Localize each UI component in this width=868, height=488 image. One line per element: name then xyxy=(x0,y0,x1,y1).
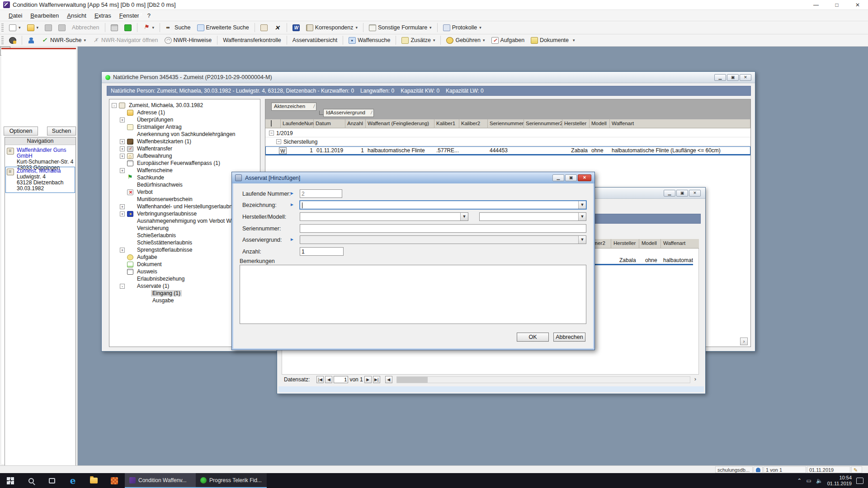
taskbar-clock[interactable]: 10:54 01.11.2019 xyxy=(827,475,852,487)
properties-button[interactable] xyxy=(258,23,270,33)
aufgaben-button[interactable]: Aufgaben xyxy=(489,35,528,46)
nwr-globe-button[interactable] xyxy=(6,35,19,46)
abort-button[interactable]: Abbrechen xyxy=(69,23,102,33)
expand-toggle-icon[interactable]: + xyxy=(120,204,125,209)
column-header[interactable]: Kaliber2 xyxy=(459,119,488,128)
nav-entry-person[interactable]: Zumeist, Michaela Ludwigstr. 4 63128 Die… xyxy=(6,167,75,192)
tree-item[interactable]: Europäischer Feuerwaffenpass (1) xyxy=(109,160,260,167)
optionen-button[interactable]: Optionen xyxy=(4,127,38,136)
nwr-suche-button[interactable]: NWR-Suche▾ xyxy=(38,35,89,46)
tree-item[interactable]: + Waffentransfer xyxy=(109,145,260,152)
print-button[interactable] xyxy=(108,23,121,33)
waffensuche-button[interactable]: Waffensuche xyxy=(346,35,393,46)
horizontal-scrollbar[interactable] xyxy=(396,376,690,383)
pinned-app-button[interactable] xyxy=(104,473,125,488)
maximize-button[interactable]: □ xyxy=(826,0,847,10)
group-field-aktenzeichen[interactable]: Aktenzeichen/ xyxy=(271,103,316,111)
column-header[interactable]: Waffenart xyxy=(610,119,750,128)
word-button[interactable] xyxy=(290,23,302,33)
tree-item[interactable]: Adresse (1) xyxy=(109,109,260,116)
first-record-button[interactable]: |◀ xyxy=(316,376,324,383)
scroll-right-button[interactable]: › xyxy=(692,376,699,383)
dialog-titlebar[interactable]: Asservat [Hinzufügen] ▁ ▣ ✕ xyxy=(232,172,594,183)
toolbar-overflow-icon[interactable]: ▾ xyxy=(573,38,575,42)
task-condition[interactable]: Condition Waffenv... xyxy=(125,473,196,488)
menu-item[interactable]: Ansicht xyxy=(63,11,90,20)
dropdown-arrow-icon[interactable]: ▼ xyxy=(578,213,586,221)
prev-record-button[interactable]: ◀ xyxy=(325,376,332,383)
expand-toggle-icon[interactable]: + xyxy=(120,117,125,122)
menu-item[interactable]: ? xyxy=(143,11,155,20)
expand-toggle-icon[interactable]: + xyxy=(120,248,125,253)
group-field-idasserviergrund[interactable]: IdAsserviergrund/ xyxy=(323,109,374,117)
modell-combobox[interactable]: ▼ xyxy=(479,212,586,221)
preview-button[interactable] xyxy=(122,23,134,33)
menu-item[interactable]: Bearbeiten xyxy=(26,11,63,20)
close-button[interactable]: ✕ xyxy=(740,74,751,81)
scroll-left-button[interactable]: ◀ xyxy=(385,376,392,383)
asserviergrund-combobox[interactable]: ▼ xyxy=(300,235,586,244)
nav-entry-title[interactable]: Waffenhändler Guns GmbH xyxy=(17,147,75,159)
task-view-button[interactable] xyxy=(42,473,62,488)
column-header[interactable]: Seriennummer2 xyxy=(524,119,562,128)
abbrechen-button[interactable]: Abbrechen xyxy=(553,333,585,342)
column-header[interactable]: Hersteller xyxy=(613,240,636,246)
column-header[interactable]: Seriennummer1 xyxy=(488,119,524,128)
expand-toggle-icon[interactable]: - xyxy=(120,284,125,289)
minimize-button[interactable]: — xyxy=(806,0,826,10)
asservatuebersicht-button[interactable]: Asservatübersicht xyxy=(290,35,340,45)
nwr-hinweise-button[interactable]: NWR-Hinweise xyxy=(162,35,215,46)
scrollbar-thumb[interactable] xyxy=(397,377,428,383)
record-number-input[interactable] xyxy=(334,376,348,383)
dropdown-arrow-icon[interactable]: ▼ xyxy=(460,213,468,221)
expand-toggle-icon[interactable]: + xyxy=(120,211,125,216)
calendar-button[interactable] xyxy=(0,47,10,56)
dropdown-arrow-icon[interactable]: ▼ xyxy=(578,201,586,209)
expand-toggle-icon[interactable]: + xyxy=(120,139,125,144)
minimize-button[interactable]: ▁ xyxy=(552,174,564,181)
file-explorer-button[interactable] xyxy=(83,473,104,488)
korrespondenz-button[interactable]: Korrespondenz▾ xyxy=(303,23,360,33)
minimize-button[interactable]: ▁ xyxy=(664,190,675,197)
tree-item[interactable]: - Zumeist, Michaela, 30.03.1982 xyxy=(109,102,260,109)
volume-icon[interactable]: 🔈 xyxy=(816,478,823,484)
new-button[interactable]: ▾ xyxy=(6,23,24,33)
taskbar-search-button[interactable] xyxy=(21,473,42,488)
close-button[interactable]: ✕ xyxy=(689,190,701,197)
person-window-titlebar[interactable]: Natürliche Person 345435 - Zumeist (P201… xyxy=(102,72,755,83)
waffentransferkontrolle-button[interactable]: Waffentransferkontrolle xyxy=(220,35,284,45)
tray-expand-icon[interactable]: ⌃ xyxy=(797,478,802,484)
bemerkungen-textarea[interactable] xyxy=(240,265,586,324)
column-header[interactable]: Modell xyxy=(590,119,610,128)
maximize-button[interactable]: ▣ xyxy=(565,174,577,181)
suchen-button[interactable]: Suchen xyxy=(47,127,76,136)
edge-button[interactable]: e xyxy=(62,473,83,488)
column-header[interactable]: Kaliber1 xyxy=(434,119,459,128)
network-icon[interactable]: ▭ xyxy=(806,478,811,484)
close-button[interactable]: ✕ xyxy=(847,0,868,10)
save-all-button[interactable] xyxy=(56,23,68,33)
search-button[interactable]: Suche xyxy=(163,23,193,33)
sonstige-formulare-button[interactable]: Sonstige Formulare▾ xyxy=(366,23,434,33)
task-progress-telerik[interactable]: Progress Telerik Fid... xyxy=(196,473,267,488)
notification-center-icon[interactable] xyxy=(856,478,863,484)
hersteller-combobox[interactable]: ▼ xyxy=(300,212,468,221)
person-button[interactable] xyxy=(25,35,38,46)
maximize-button[interactable]: ▣ xyxy=(727,74,739,81)
next-record-button[interactable]: ▶ xyxy=(364,376,372,383)
last-record-button[interactable]: ▶| xyxy=(373,376,380,383)
asservat-row[interactable]: W 1 01.11.2019 1 halbautomatische Flinte… xyxy=(265,146,750,155)
column-header[interactable]: Waffenart (Feingliederung) xyxy=(366,119,434,128)
gebuehren-button[interactable]: Gebühren▾ xyxy=(443,35,487,46)
start-button[interactable] xyxy=(0,473,21,488)
delete-button[interactable] xyxy=(271,23,284,33)
ok-button[interactable]: OK xyxy=(517,333,549,342)
dokumente-button[interactable]: Dokumente xyxy=(528,35,571,46)
tree-item[interactable]: + Aufbewahrung xyxy=(109,152,260,160)
open-button[interactable]: ▾ xyxy=(24,23,42,33)
zusaetze-button[interactable]: Zusätze▾ xyxy=(399,35,438,46)
close-button[interactable]: ✕ xyxy=(578,174,591,181)
anzahl-input[interactable] xyxy=(300,247,344,256)
menu-item[interactable]: Datei xyxy=(5,11,26,20)
laufende-nummer-input[interactable] xyxy=(300,189,342,198)
